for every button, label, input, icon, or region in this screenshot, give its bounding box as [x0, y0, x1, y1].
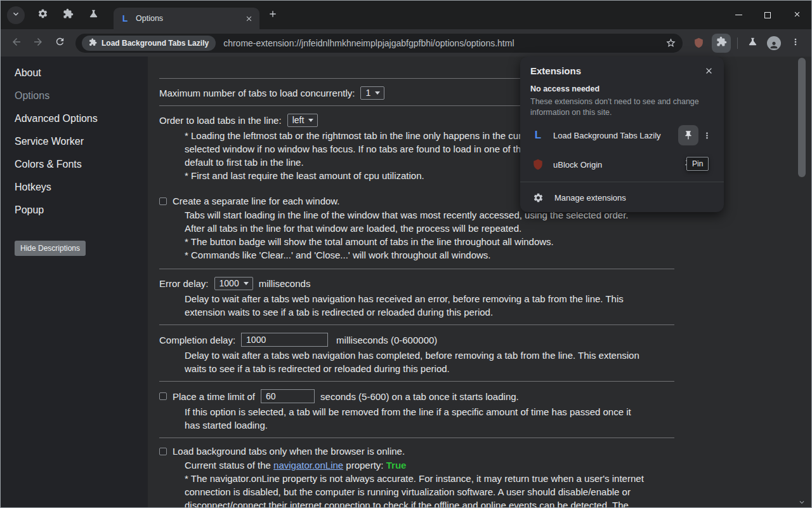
tab-strip: L Options: [1, 1, 811, 29]
pinned-tab-settings[interactable]: [31, 4, 54, 26]
chrome-labs-button[interactable]: [742, 32, 763, 54]
description-line: disconnect/connect their internet connec…: [185, 498, 674, 507]
tab-title: Options: [136, 14, 239, 23]
completion-delay-input[interactable]: [241, 333, 328, 347]
description-line: Delay to wait after a tabs web navigatio…: [185, 292, 674, 305]
order-select-value: left: [292, 115, 304, 125]
profile-avatar[interactable]: [763, 32, 785, 54]
forward-button[interactable]: [27, 32, 49, 54]
ublock-origin-toolbar-icon[interactable]: [688, 32, 709, 54]
maximize-button[interactable]: [753, 1, 782, 29]
error-delay-row: Error delay: 1000 milliseconds: [159, 277, 674, 290]
scrollbar-thumb[interactable]: [798, 58, 806, 177]
page-scrollbar[interactable]: [797, 57, 807, 507]
extension-name: uBlock Origin: [553, 160, 678, 170]
sidebar-item-colors-fonts[interactable]: Colors & Fonts: [1, 153, 148, 176]
error-delay-select[interactable]: 1000: [214, 277, 253, 290]
divider: [159, 438, 674, 438]
separate-line-label: Create a separate line for each window.: [173, 196, 340, 206]
completion-delay-label: Completion delay:: [159, 335, 235, 345]
order-select[interactable]: left: [287, 114, 318, 127]
error-delay-value: 1000: [219, 278, 239, 288]
completion-delay-description: Delay to wait after a tabs web navigatio…: [185, 349, 674, 375]
minimize-button[interactable]: [724, 1, 753, 29]
divider: [159, 324, 674, 325]
back-button[interactable]: [6, 32, 27, 54]
pin-extension-button[interactable]: [678, 125, 698, 145]
bookmark-star-icon[interactable]: [665, 37, 676, 48]
new-tab-button[interactable]: [263, 6, 282, 25]
pinned-tab-extension[interactable]: [56, 4, 79, 26]
no-access-heading: No access needed: [530, 84, 714, 93]
gear-icon: [530, 192, 546, 203]
browser-menu-button[interactable]: [785, 32, 806, 54]
sidebar-item-advanced-options[interactable]: Advanced Options: [1, 107, 148, 130]
person-icon: [767, 36, 781, 50]
extension-name: Load Background Tabs Lazily: [553, 131, 678, 140]
chevron-down-icon: [375, 91, 380, 95]
chevron-down-icon: [11, 9, 21, 22]
description-line: If this option is selected, a tab will b…: [185, 405, 674, 418]
scrollbar-down-arrow[interactable]: [797, 498, 806, 507]
description-line: * The button badge will show the total a…: [185, 235, 674, 248]
tab-close-icon[interactable]: [245, 15, 253, 23]
completion-delay-unit: milliseconds (0-600000): [336, 335, 437, 345]
sidebar-item-popup[interactable]: Popup: [1, 199, 148, 222]
close-window-button[interactable]: [782, 1, 811, 29]
completion-delay-row: Completion delay: milliseconds (0-600000…: [159, 333, 674, 347]
flask-icon: [747, 36, 758, 50]
reload-button[interactable]: [49, 32, 70, 54]
popup-divider: [520, 182, 724, 182]
popup-close-icon[interactable]: [704, 66, 714, 76]
gear-icon: [37, 8, 48, 22]
sidebar-item-hotkeys[interactable]: Hotkeys: [1, 176, 148, 199]
address-bar[interactable]: Load Background Tabs Lazily chrome-exten…: [75, 34, 683, 53]
hide-descriptions-button[interactable]: Hide Descriptions: [15, 241, 86, 256]
tab-search-button[interactable]: [7, 6, 25, 24]
pinned-tab-labs[interactable]: [82, 4, 105, 26]
chevron-down-icon: [244, 282, 249, 285]
concurrent-select[interactable]: 1: [360, 86, 384, 100]
reload-icon: [55, 36, 65, 50]
description-line: After all tabs in the line for that wind…: [185, 222, 674, 235]
close-icon: [793, 10, 801, 21]
navigator-online-link[interactable]: navigator.onLine: [273, 460, 343, 471]
description-line: connection is disabled, but the computer…: [185, 485, 674, 498]
manage-extensions-item[interactable]: Manage extensions: [530, 189, 714, 206]
separate-line-checkbox[interactable]: [159, 197, 167, 205]
time-limit-checkbox[interactable]: [159, 392, 167, 400]
toolbar-divider: [737, 37, 738, 49]
description-line: * Commands like 'Clear...' and 'Close...…: [185, 248, 674, 262]
description-line: Delay to wait after a tabs web navigatio…: [185, 349, 674, 362]
time-limit-label-prefix: Place a time limit of: [173, 391, 255, 402]
forward-arrow-icon: [32, 36, 44, 50]
online-status-line: Current status of the navigator.onLine p…: [185, 458, 674, 472]
online-only-row: Load background tabs only when the brows…: [159, 446, 674, 457]
error-delay-description: Delay to wait after a tabs web navigatio…: [185, 292, 674, 319]
extensions-popup: Extensions No access needed These extens…: [520, 57, 724, 212]
extension-kebab-icon[interactable]: [700, 131, 714, 140]
concurrent-select-value: 1: [365, 88, 370, 98]
tab-options[interactable]: L Options: [114, 8, 259, 29]
divider: [159, 269, 674, 269]
time-limit-input[interactable]: [261, 389, 315, 403]
status-mid: property:: [346, 460, 383, 471]
puzzle-icon: [716, 36, 727, 50]
chevron-down-icon: [308, 119, 313, 122]
extension-name-chip[interactable]: Load Background Tabs Lazily: [82, 36, 216, 51]
extensions-menu-button[interactable]: [712, 34, 731, 53]
time-limit-row: Place a time limit of seconds (5-600) on…: [159, 389, 674, 403]
puzzle-icon: [63, 8, 74, 22]
separate-line-description: Tabs will start loading in the line of t…: [185, 208, 674, 262]
online-only-label: Load background tabs only when the brows…: [173, 446, 405, 457]
online-only-description: Current status of the navigator.onLine p…: [185, 458, 674, 507]
no-access-description: These extensions don't need to see and c…: [530, 97, 700, 118]
chip-extension-icon: [89, 38, 97, 48]
maximize-icon: [764, 12, 771, 18]
online-only-checkbox[interactable]: [159, 448, 167, 455]
tab-favicon: L: [120, 13, 130, 23]
sidebar-item-service-worker[interactable]: Service Worker: [1, 130, 148, 153]
sidebar-item-about[interactable]: About: [1, 62, 148, 84]
divider: [159, 381, 674, 382]
sidebar-item-options[interactable]: Options: [1, 84, 148, 107]
